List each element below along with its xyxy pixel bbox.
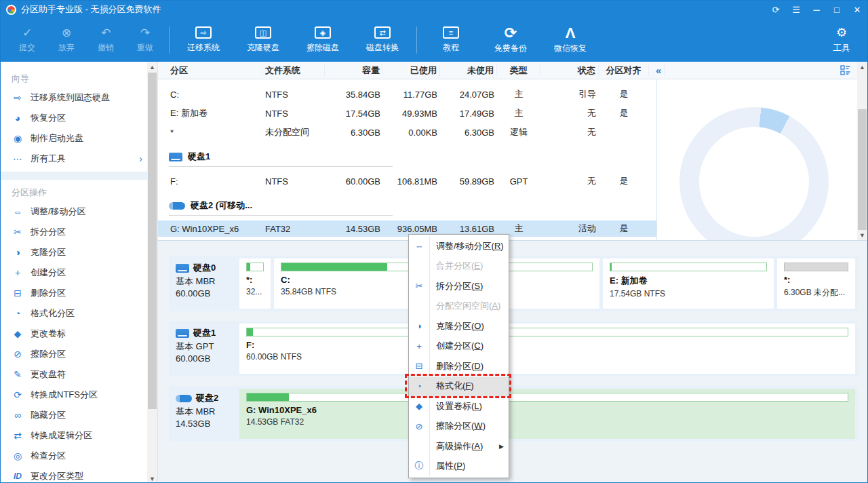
col-capacity[interactable]: 容量: [325, 65, 383, 76]
sidebar-item-check-partition[interactable]: ◎ 检查分区: [12, 446, 142, 466]
sidebar-item-wipe-partition[interactable]: ⊘ 擦除分区: [12, 344, 142, 364]
usage-bar: [610, 263, 767, 271]
id-icon: ID: [12, 471, 24, 481]
col-partition[interactable]: 分区: [169, 65, 262, 76]
sidebar-heading-partition-ops: 分区操作: [12, 184, 142, 201]
pencil-icon: ✎: [12, 369, 24, 380]
menu-item-set-label[interactable]: ◆ 设置卷标(L): [409, 396, 509, 417]
col-used[interactable]: 已使用: [383, 65, 440, 76]
menu-item-wipe[interactable]: ⊘ 擦除分区(W): [409, 417, 509, 437]
col-filesystem[interactable]: 文件系统: [262, 65, 325, 76]
wipe-disk-button[interactable]: ◈ 擦除磁盘: [293, 18, 353, 62]
partition-block-e[interactable]: E: 新加卷 17.54GB NTFS: [603, 258, 774, 309]
migrate-os-button[interactable]: ⇨ 迁移系统: [174, 18, 233, 62]
menu-item-format[interactable]: ◔ 格式化(F): [409, 376, 509, 397]
convert-disk-button[interactable]: ⇄ 磁盘转换: [353, 18, 412, 62]
view-toggle-icon[interactable]: [840, 65, 851, 77]
sidebar-item-clone-partition[interactable]: ◑ 克隆分区: [12, 242, 142, 263]
wipe-broom-icon: ⊘: [409, 421, 429, 431]
refresh-icon[interactable]: ⟳: [766, 1, 786, 18]
create-plus-icon: +: [12, 267, 24, 278]
scroll-up-icon[interactable]: ▲: [147, 62, 157, 72]
sidebar-item-convert-to-logical[interactable]: ⇄ 转换成逻辑分区: [12, 425, 142, 446]
disk2-card: 硬盘2 基本 MBR 14.53GB G: Win10XPE_x6 14.53G…: [169, 386, 858, 442]
tag-icon: ◆: [409, 401, 429, 411]
apply-button[interactable]: ✓ 提交: [7, 18, 47, 62]
trash-icon: ⊟: [409, 361, 429, 371]
split-scissors-icon: ✂: [409, 281, 429, 291]
collapse-panel-icon[interactable]: «: [653, 65, 665, 76]
clone-disk-button[interactable]: ◫ 克隆硬盘: [233, 18, 293, 62]
wechat-recovery-button[interactable]: Λ 微信恢复: [540, 18, 600, 62]
close-button[interactable]: ✕: [847, 1, 867, 18]
redo-button[interactable]: ↷ 重做: [125, 18, 165, 62]
format-pie-icon: ◔: [12, 308, 24, 319]
menu-item-clone[interactable]: ◑ 克隆分区(O): [409, 316, 509, 336]
usage-bar: [246, 263, 264, 271]
sidebar-item-recover-partition[interactable]: ◕ 恢复分区: [12, 108, 142, 128]
scroll-up-icon[interactable]: ▲: [857, 62, 867, 72]
sidebar-item-convert-to-ntfs[interactable]: ⟳ 转换成NTFS分区: [12, 385, 142, 405]
sidebar-item-make-bootable-media[interactable]: ◉ 制作启动光盘: [12, 128, 142, 149]
submenu-arrow-icon: ▶: [499, 443, 509, 450]
sidebar-item-split-partition[interactable]: ✂ 拆分分区: [12, 222, 142, 242]
menu-item-delete[interactable]: ⊟ 删除分区(D): [409, 356, 509, 376]
trash-icon: ⊟: [12, 288, 24, 298]
info-icon: ⓘ: [409, 460, 429, 472]
disk1-info[interactable]: 硬盘1 基本 GPT 60.00GB: [169, 321, 239, 376]
clone-pie-icon: ◑: [12, 247, 24, 258]
pane-splitter[interactable]: ⋯: [158, 241, 867, 249]
disk2-info[interactable]: 硬盘2 基本 MBR 14.53GB: [169, 386, 239, 442]
split-scissors-icon: ✂: [12, 227, 24, 237]
format-pie-icon: ◔: [409, 381, 429, 391]
col-unused[interactable]: 未使用: [440, 65, 497, 76]
sidebar-scrollbar[interactable]: ▲ ▼: [147, 62, 157, 483]
bootable-disc-icon: ◉: [12, 133, 24, 144]
sidebar-item-format-partition[interactable]: ◔ 格式化分区: [12, 303, 142, 324]
migrate-drive-icon: ⇨: [195, 26, 212, 39]
usage-bar: [784, 263, 848, 271]
free-backup-button[interactable]: ⟳ 免费备份: [481, 18, 540, 62]
scrollbar-thumb[interactable]: [148, 73, 157, 409]
menu-item-properties[interactable]: ⓘ 属性(P): [409, 457, 509, 477]
tutorial-button[interactable]: ≡ 教程: [421, 18, 481, 62]
partition-block-g-selected[interactable]: G: Win10XPE_x6 14.53GB FAT32: [239, 389, 855, 439]
convert-drive-icon: ⇄: [374, 26, 391, 39]
partition-block-unallocated[interactable]: *: 6.30GB 未分配...: [777, 258, 855, 309]
col-alignment[interactable]: 分区对齐: [599, 65, 649, 76]
sidebar-item-delete-partition[interactable]: ⊟ 删除分区: [12, 283, 142, 303]
col-status[interactable]: 状态: [540, 65, 599, 76]
minimize-button[interactable]: ─: [806, 1, 827, 18]
sidebar-item-change-label[interactable]: ◆ 更改卷标: [12, 324, 142, 344]
scrollbar-thumb[interactable]: [858, 109, 867, 230]
partition-block-star0[interactable]: *: 32...: [239, 258, 271, 309]
disk-icon: [176, 264, 189, 273]
sidebar-item-resize-move[interactable]: ⇔ 调整/移动分区: [12, 201, 142, 222]
menu-icon[interactable]: ☰: [786, 1, 806, 18]
menu-item-create[interactable]: + 创建分区(C): [409, 336, 509, 357]
sidebar-item-change-drive-letter[interactable]: ✎ 更改盘符: [12, 364, 142, 385]
disk0-info[interactable]: 硬盘0 基本 MBR 60.00GB: [169, 256, 239, 311]
tag-icon: ◆: [12, 328, 24, 339]
menu-item-resize-move[interactable]: ⇔ 调整/移动分区(R): [409, 236, 509, 256]
disk-map-pane: 硬盘0 基本 MBR 60.00GB *: 32... C:: [158, 249, 867, 483]
tools-button[interactable]: ⚙ 工具: [823, 18, 861, 62]
menu-item-split[interactable]: ✂ 拆分分区(S): [409, 276, 509, 296]
partition-block-f[interactable]: F: 60.00GB NTFS: [239, 324, 855, 374]
sidebar-item-create-partition[interactable]: + 创建分区: [12, 263, 142, 283]
col-type[interactable]: 类型: [497, 65, 540, 76]
sidebar-item-change-partition-type[interactable]: ID 更改分区类型: [12, 466, 142, 483]
maximize-button[interactable]: □: [827, 1, 847, 18]
menu-item-advanced[interactable]: 高级操作(A) ▶: [409, 436, 509, 457]
undo-button[interactable]: ↶ 撤销: [86, 18, 125, 62]
sidebar-divider: [1, 172, 157, 180]
sidebar-item-hide-partition[interactable]: ∞ 隐藏分区: [12, 405, 142, 425]
discard-button[interactable]: ⊗ 放弃: [47, 18, 86, 62]
sidebar-item-all-tools[interactable]: ⋯ 所有工具 ›: [12, 149, 142, 169]
table-scrollbar[interactable]: ▲ ▼: [857, 62, 867, 240]
sidebar-item-migrate-os-to-ssd[interactable]: ⇨ 迁移系统到固态硬盘: [12, 88, 142, 108]
redo-icon: ↷: [140, 27, 150, 39]
undo-icon: ↶: [101, 27, 111, 39]
scroll-down-icon[interactable]: ▼: [857, 230, 867, 240]
scroll-down-icon[interactable]: ▼: [147, 474, 157, 483]
